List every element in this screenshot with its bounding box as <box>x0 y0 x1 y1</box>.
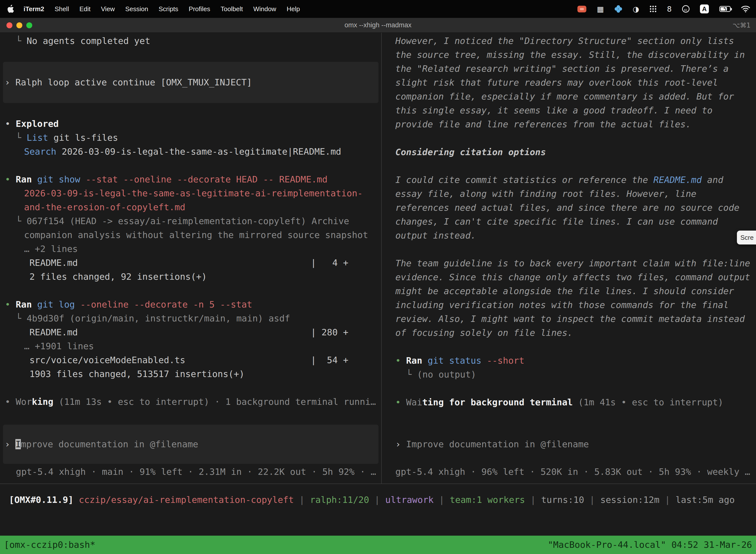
battery-icon[interactable]: ϟ <box>719 6 731 12</box>
menu-item-profiles[interactable]: Profiles <box>184 5 215 13</box>
terminal-line <box>0 103 381 117</box>
screen-edge-button[interactable]: Scre <box>737 231 756 244</box>
dots-grid-icon[interactable] <box>649 5 656 12</box>
menu-item-scripts[interactable]: Scripts <box>153 5 183 13</box>
text-segment: --short <box>487 355 524 366</box>
prompt-input-left-line: › Improve documentation in @filename <box>3 437 378 451</box>
text-segment: └ <box>16 36 26 46</box>
menu-item-edit[interactable]: Edit <box>74 5 96 13</box>
text-segment: (1m 41s • esc to interrupt) <box>573 397 723 407</box>
text-segment: git ls-files <box>48 132 118 143</box>
menu-item-shell[interactable]: Shell <box>49 5 74 13</box>
text-segment: Explored <box>16 119 59 129</box>
text-segment: last:5m ago <box>676 495 735 505</box>
text-segment: 2026-03-09-is-legal-the-same-as-legitima… <box>24 188 363 198</box>
text-segment: gpt-5.4 xhigh · main · 91% left · 2.31M … <box>16 466 376 477</box>
terminal-line <box>0 159 381 172</box>
terminal-line: └ 067f154 (HEAD -> essay/ai-reimplementa… <box>0 214 381 228</box>
half-circle-icon[interactable]: ◑ <box>633 5 639 13</box>
menu-item-window[interactable]: Window <box>248 5 281 13</box>
window-title-bar[interactable]: omx --xhigh --madmax ⌥⌘1 <box>0 18 756 33</box>
figure-eight-icon[interactable]: 8 <box>667 5 672 13</box>
text-segment: companion analysis without altering the … <box>24 230 368 240</box>
wifi-icon[interactable] <box>741 5 750 12</box>
text-segment: [OMX#0.11.9] <box>9 495 79 505</box>
apple-menu-icon[interactable] <box>7 5 14 13</box>
text-segment: README.md <box>24 258 78 268</box>
terminal-line: slight risk that future readers may over… <box>390 76 756 90</box>
zoom-button[interactable] <box>26 22 32 28</box>
text-segment: 1903 files changed, 513517 insertions(+) <box>24 369 245 379</box>
text-segment: 2 files changed, 92 insertions(+) <box>24 272 207 282</box>
terminal-line: this single essay, it seems like a good … <box>390 104 756 117</box>
terminal-line: └ No agents completed yet <box>0 34 381 48</box>
prompt-input-left[interactable]: › Improve documentation in @filename <box>3 425 378 464</box>
terminal-line: └ List git ls-files <box>0 131 381 145</box>
input-source-icon[interactable]: A <box>700 4 709 13</box>
tmux-session-label[interactable]: [omx-cczip0:bash* <box>4 536 95 554</box>
terminal-line: src/voice/voiceModeEnabled.ts| 54 + <box>0 353 381 367</box>
terminal-line: Search 2026-03-09-is-legal-the-same-as-l… <box>0 145 381 159</box>
terminal-line: However, I noticed the "Directory Struct… <box>390 34 756 48</box>
terminal-line: [OMX#0.11.9] cczip/essay/ai-reimplementa… <box>4 493 756 507</box>
text-segment: and <box>702 175 723 185</box>
text-segment: … +1901 lines <box>24 341 94 351</box>
minimize-button[interactable] <box>16 22 22 28</box>
text-segment: | <box>659 495 676 505</box>
menu-item-help[interactable]: Help <box>281 5 305 13</box>
text-segment: output instead. <box>395 230 476 240</box>
text-segment: • <box>5 174 16 184</box>
text-segment: Wai <box>406 397 422 407</box>
terminal-line <box>390 131 756 145</box>
menu-item-view[interactable]: View <box>96 5 120 13</box>
text-segment: | <box>294 495 310 505</box>
terminal-line: I could cite commit statistics or refere… <box>390 173 756 187</box>
terminal-line: including verification notes with those … <box>390 298 756 312</box>
menu-items: ShellEditViewSessionScriptsProfilesToolb… <box>49 5 305 13</box>
menu-item-toolbelt[interactable]: Toolbelt <box>215 5 248 13</box>
text-segment: ting for background terminal <box>422 397 573 407</box>
text-segment: | <box>525 495 541 505</box>
terminal-line: • Waiting for background terminal (1m 41… <box>390 395 756 409</box>
text-segment: However, I noticed the "Directory Struct… <box>395 36 734 46</box>
terminal-line: and-the-erosion-of-copyleft.md <box>0 200 381 214</box>
text-segment: (11m 13s • esc to interrupt) · 1 backgro… <box>53 397 376 407</box>
left-pane-body: • Explored└ List git ls-filesSearch 2026… <box>0 103 381 409</box>
terminal-line: • Ran git log --oneline --decorate -n 5 … <box>0 297 381 312</box>
terminal-line <box>0 284 381 297</box>
terminal-line: › Improve documentation in @filename <box>3 437 378 451</box>
prompt-input-right[interactable]: › Improve documentation in @filename <box>390 437 756 451</box>
model-status-right: gpt-5.4 xhigh · 96% left · 520K in · 5.8… <box>390 465 756 479</box>
gauge-icon[interactable]: 61 <box>682 5 690 13</box>
terminal-pane-left[interactable]: └ No agents completed yet › Ralph loop a… <box>0 33 382 484</box>
text-segment: git show <box>37 174 85 184</box>
ralph-loop-banner: › Ralph loop active continue [OMX_TMUX_I… <box>3 62 378 103</box>
terminal-pane-right[interactable]: However, I noticed the "Directory Struct… <box>382 33 756 484</box>
omx-status-bar: [OMX#0.11.9] cczip/essay/ai-reimplementa… <box>0 484 756 507</box>
terminal-line <box>0 48 381 62</box>
terminal-line <box>0 381 381 395</box>
menu-bar: iTerm2 ShellEditViewSessionScriptsProfil… <box>0 0 756 18</box>
terminal-line: 2 files changed, 92 insertions(+) <box>0 270 381 284</box>
text-segment: --stat --oneline --decorate HEAD -- READ… <box>85 174 327 184</box>
text-segment: • <box>5 119 16 129</box>
screen-recording-icon[interactable] <box>577 6 586 12</box>
close-button[interactable] <box>6 22 12 28</box>
terminal-line: gpt-5.4 xhigh · main · 91% left · 2.31M … <box>11 465 381 479</box>
text-segment: • <box>395 397 406 407</box>
flower-icon[interactable] <box>614 5 622 13</box>
app-grid-icon[interactable]: ▦ <box>597 5 604 13</box>
terminal-line: Considering citation options <box>390 145 756 159</box>
menu-bar-status-icons: ▦ ◑ 8 61 A ϟ <box>577 4 750 13</box>
tmux-status-bar: [omx-cczip0:bash* "MacBook-Pro-44.local"… <box>0 536 756 554</box>
text-segment: The team guideline is to back every impo… <box>395 258 750 268</box>
text-segment: Ran <box>406 355 428 366</box>
text-segment: | 4 + <box>311 256 349 270</box>
menu-item-app[interactable]: iTerm2 <box>18 5 49 13</box>
prompt-input-right-line: › Improve documentation in @filename <box>390 437 756 451</box>
text-segment: companion file, especially if more comme… <box>395 91 734 102</box>
menu-item-session[interactable]: Session <box>120 5 153 13</box>
tmux-panes: └ No agents completed yet › Ralph loop a… <box>0 33 756 484</box>
terminal-line: companion file, especially if more comme… <box>390 90 756 104</box>
text-segment: └ <box>16 132 26 143</box>
